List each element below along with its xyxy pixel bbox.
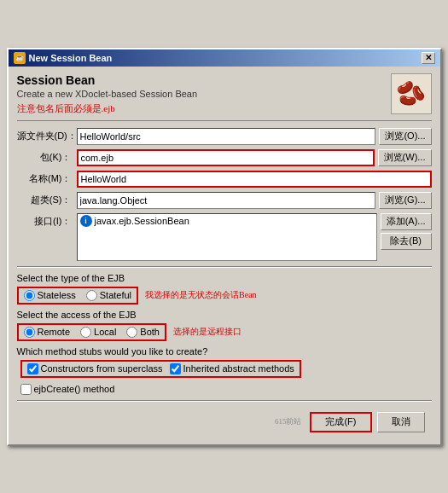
constructors-label: Constructors from superclass xyxy=(41,363,163,374)
ejb-type-label: Select the type of the EJB xyxy=(17,273,432,283)
ejb-access-annotation: 选择的是远程接口 xyxy=(173,326,241,338)
ejb-access-label: Select the access of the EJB xyxy=(17,310,432,320)
main-window: ☕ New Session Bean ✕ Session Bean Create… xyxy=(7,48,442,446)
constructors-checkbox-item: Constructors from superclass xyxy=(27,363,163,374)
footer: 615前站 完成(F) 取消 xyxy=(17,407,432,438)
superclass-browse-button[interactable]: 浏览(G)... xyxy=(379,192,431,209)
info-icon: i xyxy=(80,215,92,227)
ejb-access-radio-group: Remote Local Both xyxy=(17,323,166,341)
divider2 xyxy=(17,400,432,402)
remote-radio-item: Remote xyxy=(24,327,71,338)
package-input[interactable] xyxy=(77,149,375,166)
add-interface-button[interactable]: 添加(A)... xyxy=(381,213,432,230)
interface-listbox[interactable]: i javax.ejb.SessionBean xyxy=(77,213,377,261)
superclass-row: 超类(S)： 浏览(G)... xyxy=(17,192,432,209)
stateless-label: Stateless xyxy=(38,290,76,300)
interface-item: i javax.ejb.SessionBean xyxy=(78,214,376,228)
ejb-type-radio-group: Stateless Stateful xyxy=(17,287,139,304)
interface-row: 接口(I)： i javax.ejb.SessionBean 添加(A)... … xyxy=(17,213,432,261)
ejbcreate-checkbox[interactable] xyxy=(20,384,32,395)
name-row: 名称(M)： xyxy=(17,171,432,188)
stateless-radio-item: Stateless xyxy=(24,290,76,301)
divider1 xyxy=(17,266,432,268)
name-label: 名称(M)： xyxy=(17,172,77,185)
stateful-radio-item: Stateful xyxy=(86,290,131,301)
header-text: Session Bean Create a new XDoclet-based … xyxy=(17,73,198,115)
checkbox-row2: ejbCreate() method xyxy=(17,384,432,395)
method-stubs-label: Which method stubs would you like to cre… xyxy=(17,346,432,357)
header-area: Session Bean Create a new XDoclet-based … xyxy=(17,73,432,121)
ejbcreate-label: ejbCreate() method xyxy=(34,384,115,394)
package-browse-button[interactable]: 浏览(W)... xyxy=(378,149,432,166)
title-bar-left: ☕ New Session Bean xyxy=(14,52,113,64)
superclass-label: 超类(S)： xyxy=(17,194,77,206)
section-title: Session Bean xyxy=(17,73,198,87)
constructors-checkbox[interactable] xyxy=(27,363,38,374)
dialog-content: Session Bean Create a new XDoclet-based … xyxy=(9,67,440,444)
inherited-checkbox-item: Inherited abstract methods xyxy=(170,363,294,374)
interface-label: 接口(I)： xyxy=(17,215,77,228)
local-label: Local xyxy=(94,327,116,337)
ejbcreate-checkbox-item: ejbCreate() method xyxy=(20,384,115,395)
source-label: 源文件夹(D)： xyxy=(17,130,77,142)
cancel-button[interactable]: 取消 xyxy=(377,412,425,432)
source-input[interactable] xyxy=(77,128,376,145)
local-radio-item: Local xyxy=(80,327,116,338)
source-row: 源文件夹(D)： 浏览(O)... xyxy=(17,128,432,145)
both-radio[interactable] xyxy=(126,327,137,338)
ejb-type-annotation: 我选择的是无状态的会话Bean xyxy=(145,289,257,301)
stateful-label: Stateful xyxy=(100,290,131,300)
window-icon: ☕ xyxy=(14,52,26,64)
package-row: 包(K)： 浏览(W)... xyxy=(17,149,432,166)
both-label: Both xyxy=(140,327,160,337)
remove-interface-button[interactable]: 除去(B) xyxy=(381,233,432,250)
bean-icon: 🫘 xyxy=(391,73,432,114)
method-stubs-checkboxes: Constructors from superclass Inherited a… xyxy=(20,360,301,378)
inherited-label: Inherited abstract methods xyxy=(183,363,294,374)
superclass-input[interactable] xyxy=(77,192,376,209)
close-button[interactable]: ✕ xyxy=(422,52,435,64)
finish-button[interactable]: 完成(F) xyxy=(310,412,371,432)
name-input[interactable] xyxy=(77,171,432,188)
ejb-access-section: Remote Local Both 选择的是远程接口 xyxy=(17,323,432,341)
window-title: New Session Bean xyxy=(29,53,113,63)
title-bar: ☕ New Session Bean ✕ xyxy=(9,49,440,67)
stateless-radio[interactable] xyxy=(24,290,35,301)
interface-buttons: 添加(A)... 除去(B) xyxy=(381,213,432,250)
stateful-radio[interactable] xyxy=(86,290,97,301)
section-desc: Create a new XDoclet-based Session Bean xyxy=(17,89,198,99)
package-label: 包(K)： xyxy=(17,151,77,164)
inherited-checkbox[interactable] xyxy=(170,363,181,374)
interface-item-text: javax.ejb.SessionBean xyxy=(95,216,189,226)
remote-radio[interactable] xyxy=(24,327,35,338)
remote-label: Remote xyxy=(38,327,71,337)
both-radio-item: Both xyxy=(126,327,160,338)
ejb-type-section: Stateless Stateful 我选择的是无状态的会话Bean xyxy=(17,287,432,304)
checkbox-row1: Constructors from superclass Inherited a… xyxy=(17,360,432,381)
source-browse-button[interactable]: 浏览(O)... xyxy=(379,128,431,145)
watermark: 615前站 xyxy=(275,416,302,427)
annotation-text: 注意包名后面必须是.ejb xyxy=(17,102,198,115)
local-radio[interactable] xyxy=(80,327,91,338)
